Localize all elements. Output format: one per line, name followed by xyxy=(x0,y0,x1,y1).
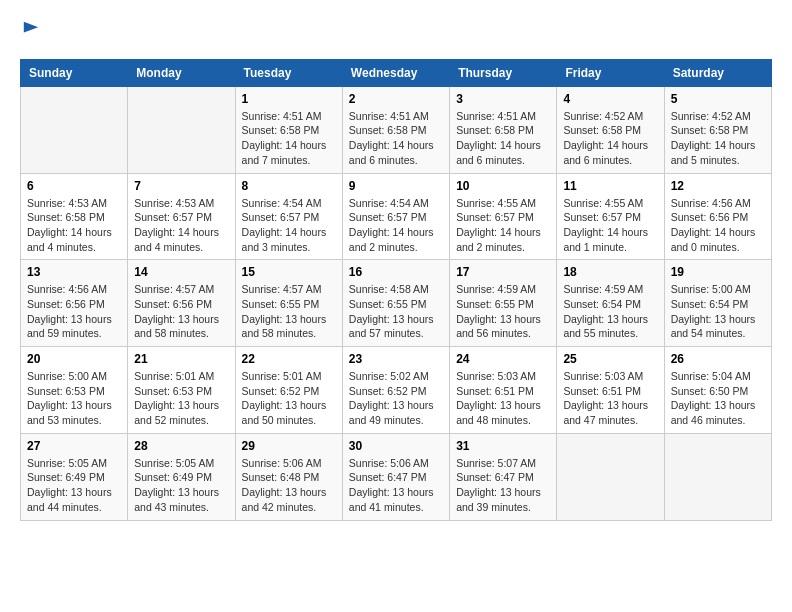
calendar-cell: 19Sunrise: 5:00 AMSunset: 6:54 PMDayligh… xyxy=(664,260,771,347)
calendar-cell: 30Sunrise: 5:06 AMSunset: 6:47 PMDayligh… xyxy=(342,433,449,520)
day-info: Sunrise: 5:06 AMSunset: 6:47 PMDaylight:… xyxy=(349,456,443,515)
weekday-header-thursday: Thursday xyxy=(450,59,557,86)
day-number: 6 xyxy=(27,179,121,193)
day-info: Sunrise: 4:54 AMSunset: 6:57 PMDaylight:… xyxy=(349,196,443,255)
calendar-cell xyxy=(128,86,235,173)
calendar-cell: 6Sunrise: 4:53 AMSunset: 6:58 PMDaylight… xyxy=(21,173,128,260)
day-number: 10 xyxy=(456,179,550,193)
day-number: 4 xyxy=(563,92,657,106)
day-number: 7 xyxy=(134,179,228,193)
day-number: 26 xyxy=(671,352,765,366)
day-info: Sunrise: 4:52 AMSunset: 6:58 PMDaylight:… xyxy=(563,109,657,168)
weekday-header-monday: Monday xyxy=(128,59,235,86)
day-number: 15 xyxy=(242,265,336,279)
day-number: 23 xyxy=(349,352,443,366)
day-number: 31 xyxy=(456,439,550,453)
day-info: Sunrise: 5:01 AMSunset: 6:53 PMDaylight:… xyxy=(134,369,228,428)
calendar-cell: 11Sunrise: 4:55 AMSunset: 6:57 PMDayligh… xyxy=(557,173,664,260)
calendar-cell: 31Sunrise: 5:07 AMSunset: 6:47 PMDayligh… xyxy=(450,433,557,520)
calendar-cell: 28Sunrise: 5:05 AMSunset: 6:49 PMDayligh… xyxy=(128,433,235,520)
day-info: Sunrise: 5:03 AMSunset: 6:51 PMDaylight:… xyxy=(563,369,657,428)
svg-marker-0 xyxy=(24,22,38,33)
day-info: Sunrise: 4:56 AMSunset: 6:56 PMDaylight:… xyxy=(671,196,765,255)
day-number: 24 xyxy=(456,352,550,366)
day-number: 28 xyxy=(134,439,228,453)
weekday-header-sunday: Sunday xyxy=(21,59,128,86)
day-info: Sunrise: 4:51 AMSunset: 6:58 PMDaylight:… xyxy=(242,109,336,168)
day-number: 18 xyxy=(563,265,657,279)
day-info: Sunrise: 5:02 AMSunset: 6:52 PMDaylight:… xyxy=(349,369,443,428)
calendar-cell: 5Sunrise: 4:52 AMSunset: 6:58 PMDaylight… xyxy=(664,86,771,173)
day-info: Sunrise: 4:51 AMSunset: 6:58 PMDaylight:… xyxy=(349,109,443,168)
calendar-week-row: 13Sunrise: 4:56 AMSunset: 6:56 PMDayligh… xyxy=(21,260,772,347)
day-number: 1 xyxy=(242,92,336,106)
calendar-cell: 14Sunrise: 4:57 AMSunset: 6:56 PMDayligh… xyxy=(128,260,235,347)
calendar-cell: 12Sunrise: 4:56 AMSunset: 6:56 PMDayligh… xyxy=(664,173,771,260)
calendar-week-row: 20Sunrise: 5:00 AMSunset: 6:53 PMDayligh… xyxy=(21,347,772,434)
calendar-cell: 4Sunrise: 4:52 AMSunset: 6:58 PMDaylight… xyxy=(557,86,664,173)
day-number: 14 xyxy=(134,265,228,279)
day-info: Sunrise: 4:52 AMSunset: 6:58 PMDaylight:… xyxy=(671,109,765,168)
day-info: Sunrise: 4:53 AMSunset: 6:57 PMDaylight:… xyxy=(134,196,228,255)
day-number: 12 xyxy=(671,179,765,193)
day-info: Sunrise: 4:55 AMSunset: 6:57 PMDaylight:… xyxy=(456,196,550,255)
calendar-cell: 9Sunrise: 4:54 AMSunset: 6:57 PMDaylight… xyxy=(342,173,449,260)
day-number: 2 xyxy=(349,92,443,106)
calendar-cell: 3Sunrise: 4:51 AMSunset: 6:58 PMDaylight… xyxy=(450,86,557,173)
calendar-cell: 10Sunrise: 4:55 AMSunset: 6:57 PMDayligh… xyxy=(450,173,557,260)
day-number: 29 xyxy=(242,439,336,453)
calendar-week-row: 6Sunrise: 4:53 AMSunset: 6:58 PMDaylight… xyxy=(21,173,772,260)
weekday-header-tuesday: Tuesday xyxy=(235,59,342,86)
day-number: 21 xyxy=(134,352,228,366)
calendar-cell: 23Sunrise: 5:02 AMSunset: 6:52 PMDayligh… xyxy=(342,347,449,434)
day-number: 19 xyxy=(671,265,765,279)
calendar-week-row: 27Sunrise: 5:05 AMSunset: 6:49 PMDayligh… xyxy=(21,433,772,520)
day-number: 16 xyxy=(349,265,443,279)
calendar-cell: 20Sunrise: 5:00 AMSunset: 6:53 PMDayligh… xyxy=(21,347,128,434)
day-info: Sunrise: 5:05 AMSunset: 6:49 PMDaylight:… xyxy=(134,456,228,515)
calendar-cell: 2Sunrise: 4:51 AMSunset: 6:58 PMDaylight… xyxy=(342,86,449,173)
calendar-cell xyxy=(557,433,664,520)
calendar-cell: 21Sunrise: 5:01 AMSunset: 6:53 PMDayligh… xyxy=(128,347,235,434)
day-number: 22 xyxy=(242,352,336,366)
day-number: 11 xyxy=(563,179,657,193)
day-info: Sunrise: 4:56 AMSunset: 6:56 PMDaylight:… xyxy=(27,282,121,341)
weekday-header-saturday: Saturday xyxy=(664,59,771,86)
logo xyxy=(20,20,40,43)
calendar-cell: 8Sunrise: 4:54 AMSunset: 6:57 PMDaylight… xyxy=(235,173,342,260)
day-info: Sunrise: 4:53 AMSunset: 6:58 PMDaylight:… xyxy=(27,196,121,255)
day-info: Sunrise: 4:57 AMSunset: 6:56 PMDaylight:… xyxy=(134,282,228,341)
day-info: Sunrise: 5:05 AMSunset: 6:49 PMDaylight:… xyxy=(27,456,121,515)
day-info: Sunrise: 5:00 AMSunset: 6:53 PMDaylight:… xyxy=(27,369,121,428)
weekday-header-row: SundayMondayTuesdayWednesdayThursdayFrid… xyxy=(21,59,772,86)
day-number: 3 xyxy=(456,92,550,106)
day-info: Sunrise: 5:04 AMSunset: 6:50 PMDaylight:… xyxy=(671,369,765,428)
day-info: Sunrise: 5:00 AMSunset: 6:54 PMDaylight:… xyxy=(671,282,765,341)
logo-flag-icon xyxy=(22,20,40,38)
calendar-cell: 15Sunrise: 4:57 AMSunset: 6:55 PMDayligh… xyxy=(235,260,342,347)
day-info: Sunrise: 4:54 AMSunset: 6:57 PMDaylight:… xyxy=(242,196,336,255)
page-header xyxy=(20,20,772,43)
day-number: 27 xyxy=(27,439,121,453)
calendar-cell: 29Sunrise: 5:06 AMSunset: 6:48 PMDayligh… xyxy=(235,433,342,520)
calendar-cell: 16Sunrise: 4:58 AMSunset: 6:55 PMDayligh… xyxy=(342,260,449,347)
day-info: Sunrise: 5:07 AMSunset: 6:47 PMDaylight:… xyxy=(456,456,550,515)
day-info: Sunrise: 5:06 AMSunset: 6:48 PMDaylight:… xyxy=(242,456,336,515)
calendar-cell: 7Sunrise: 4:53 AMSunset: 6:57 PMDaylight… xyxy=(128,173,235,260)
calendar-cell xyxy=(664,433,771,520)
calendar-week-row: 1Sunrise: 4:51 AMSunset: 6:58 PMDaylight… xyxy=(21,86,772,173)
day-info: Sunrise: 4:55 AMSunset: 6:57 PMDaylight:… xyxy=(563,196,657,255)
calendar-cell: 22Sunrise: 5:01 AMSunset: 6:52 PMDayligh… xyxy=(235,347,342,434)
calendar-cell: 17Sunrise: 4:59 AMSunset: 6:55 PMDayligh… xyxy=(450,260,557,347)
calendar-cell: 18Sunrise: 4:59 AMSunset: 6:54 PMDayligh… xyxy=(557,260,664,347)
day-number: 25 xyxy=(563,352,657,366)
calendar-cell: 26Sunrise: 5:04 AMSunset: 6:50 PMDayligh… xyxy=(664,347,771,434)
day-number: 17 xyxy=(456,265,550,279)
calendar-table: SundayMondayTuesdayWednesdayThursdayFrid… xyxy=(20,59,772,521)
day-info: Sunrise: 4:59 AMSunset: 6:54 PMDaylight:… xyxy=(563,282,657,341)
calendar-cell: 25Sunrise: 5:03 AMSunset: 6:51 PMDayligh… xyxy=(557,347,664,434)
day-info: Sunrise: 4:57 AMSunset: 6:55 PMDaylight:… xyxy=(242,282,336,341)
calendar-cell: 1Sunrise: 4:51 AMSunset: 6:58 PMDaylight… xyxy=(235,86,342,173)
calendar-cell: 13Sunrise: 4:56 AMSunset: 6:56 PMDayligh… xyxy=(21,260,128,347)
calendar-cell xyxy=(21,86,128,173)
